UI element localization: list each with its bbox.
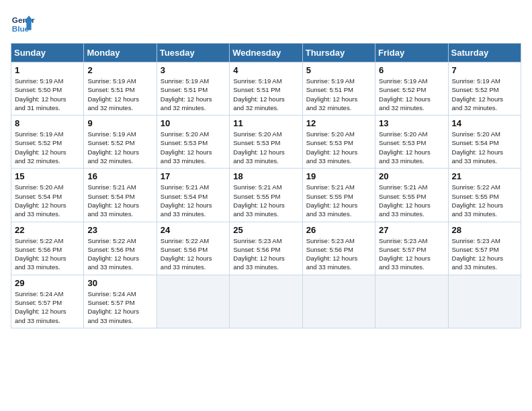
- day-cell: 15Sunrise: 5:20 AMSunset: 5:54 PMDayligh…: [11, 169, 84, 222]
- day-number: 24: [161, 225, 226, 235]
- day-detail: Sunrise: 5:19 AMSunset: 5:51 PMDaylight:…: [161, 77, 226, 112]
- day-cell: 17Sunrise: 5:21 AMSunset: 5:54 PMDayligh…: [157, 169, 229, 222]
- day-detail: Sunrise: 5:23 AMSunset: 5:56 PMDaylight:…: [233, 236, 298, 272]
- day-detail: Sunrise: 5:19 AMSunset: 5:51 PMDaylight:…: [306, 77, 371, 112]
- day-detail: Sunrise: 5:19 AMSunset: 5:52 PMDaylight:…: [87, 130, 152, 165]
- day-cell: 4Sunrise: 5:19 AMSunset: 5:51 PMDaylight…: [230, 62, 302, 116]
- day-detail: Sunrise: 5:19 AMSunset: 5:52 PMDaylight:…: [452, 77, 517, 112]
- day-detail: Sunrise: 5:23 AMSunset: 5:57 PMDaylight:…: [452, 236, 517, 272]
- day-cell: 8Sunrise: 5:19 AMSunset: 5:52 PMDaylight…: [11, 116, 84, 169]
- day-cell: 29Sunrise: 5:24 AMSunset: 5:57 PMDayligh…: [11, 275, 84, 328]
- header-cell-monday: Monday: [84, 44, 157, 62]
- day-detail: Sunrise: 5:20 AMSunset: 5:53 PMDaylight:…: [379, 130, 444, 165]
- day-cell: 12Sunrise: 5:20 AMSunset: 5:53 PMDayligh…: [302, 116, 375, 169]
- day-cell: 10Sunrise: 5:20 AMSunset: 5:53 PMDayligh…: [157, 116, 229, 169]
- day-cell: 30Sunrise: 5:24 AMSunset: 5:57 PMDayligh…: [84, 275, 157, 328]
- day-number: 21: [452, 171, 517, 181]
- day-number: 9: [87, 118, 152, 128]
- day-detail: Sunrise: 5:19 AMSunset: 5:50 PMDaylight:…: [15, 77, 80, 112]
- day-number: 8: [15, 118, 80, 128]
- header-row: SundayMondayTuesdayWednesdayThursdayFrid…: [11, 44, 521, 62]
- week-row-3: 15Sunrise: 5:20 AMSunset: 5:54 PMDayligh…: [11, 169, 521, 222]
- header-cell-thursday: Thursday: [302, 44, 375, 62]
- day-detail: Sunrise: 5:20 AMSunset: 5:53 PMDaylight:…: [233, 130, 298, 165]
- header-cell-wednesday: Wednesday: [230, 44, 302, 62]
- day-cell: 22Sunrise: 5:22 AMSunset: 5:56 PMDayligh…: [11, 222, 84, 275]
- day-number: 14: [452, 118, 517, 128]
- day-detail: Sunrise: 5:21 AMSunset: 5:55 PMDaylight:…: [233, 183, 298, 218]
- day-detail: Sunrise: 5:22 AMSunset: 5:56 PMDaylight:…: [87, 236, 152, 272]
- day-number: 20: [379, 171, 444, 181]
- day-detail: Sunrise: 5:22 AMSunset: 5:55 PMDaylight:…: [452, 183, 517, 218]
- calendar-table: SundayMondayTuesdayWednesdayThursdayFrid…: [11, 43, 521, 328]
- page-header: General Blue: [11, 11, 521, 35]
- day-cell: 6Sunrise: 5:19 AMSunset: 5:52 PMDaylight…: [375, 62, 448, 116]
- week-row-4: 22Sunrise: 5:22 AMSunset: 5:56 PMDayligh…: [11, 222, 521, 275]
- day-cell: 9Sunrise: 5:19 AMSunset: 5:52 PMDaylight…: [84, 116, 157, 169]
- day-detail: Sunrise: 5:20 AMSunset: 5:53 PMDaylight:…: [161, 130, 226, 165]
- day-cell: 11Sunrise: 5:20 AMSunset: 5:53 PMDayligh…: [230, 116, 302, 169]
- day-number: 2: [87, 65, 152, 75]
- day-detail: Sunrise: 5:22 AMSunset: 5:56 PMDaylight:…: [15, 236, 80, 272]
- header-cell-saturday: Saturday: [448, 44, 521, 62]
- day-cell: 20Sunrise: 5:21 AMSunset: 5:55 PMDayligh…: [375, 169, 448, 222]
- day-detail: Sunrise: 5:24 AMSunset: 5:57 PMDaylight:…: [15, 289, 80, 325]
- day-number: 27: [379, 225, 444, 235]
- day-number: 16: [87, 171, 152, 181]
- day-number: 26: [306, 225, 371, 235]
- day-detail: Sunrise: 5:20 AMSunset: 5:53 PMDaylight:…: [306, 130, 371, 165]
- day-cell: 16Sunrise: 5:21 AMSunset: 5:54 PMDayligh…: [84, 169, 157, 222]
- day-cell: 21Sunrise: 5:22 AMSunset: 5:55 PMDayligh…: [448, 169, 521, 222]
- day-cell: 14Sunrise: 5:20 AMSunset: 5:54 PMDayligh…: [448, 116, 521, 169]
- logo-icon: General Blue: [11, 11, 35, 35]
- day-number: 19: [306, 171, 371, 181]
- calendar-header: SundayMondayTuesdayWednesdayThursdayFrid…: [11, 44, 521, 62]
- day-number: 4: [233, 65, 298, 75]
- day-cell: [448, 275, 521, 328]
- day-cell: 24Sunrise: 5:22 AMSunset: 5:56 PMDayligh…: [157, 222, 229, 275]
- day-cell: 13Sunrise: 5:20 AMSunset: 5:53 PMDayligh…: [375, 116, 448, 169]
- header-cell-tuesday: Tuesday: [157, 44, 229, 62]
- day-cell: 2Sunrise: 5:19 AMSunset: 5:51 PMDaylight…: [84, 62, 157, 116]
- day-number: 11: [233, 118, 298, 128]
- day-cell: [230, 275, 302, 328]
- day-cell: 5Sunrise: 5:19 AMSunset: 5:51 PMDaylight…: [302, 62, 375, 116]
- day-detail: Sunrise: 5:21 AMSunset: 5:54 PMDaylight:…: [161, 183, 226, 218]
- header-cell-sunday: Sunday: [11, 44, 84, 62]
- logo: General Blue: [11, 11, 35, 35]
- day-cell: [157, 275, 229, 328]
- day-detail: Sunrise: 5:19 AMSunset: 5:51 PMDaylight:…: [87, 77, 152, 112]
- day-detail: Sunrise: 5:21 AMSunset: 5:55 PMDaylight:…: [306, 183, 371, 218]
- day-detail: Sunrise: 5:20 AMSunset: 5:54 PMDaylight:…: [452, 130, 517, 165]
- day-number: 23: [87, 225, 152, 235]
- day-cell: 28Sunrise: 5:23 AMSunset: 5:57 PMDayligh…: [448, 222, 521, 275]
- calendar-body: 1Sunrise: 5:19 AMSunset: 5:50 PMDaylight…: [11, 62, 521, 328]
- day-number: 17: [161, 171, 226, 181]
- day-detail: Sunrise: 5:20 AMSunset: 5:54 PMDaylight:…: [15, 183, 80, 218]
- day-cell: 19Sunrise: 5:21 AMSunset: 5:55 PMDayligh…: [302, 169, 375, 222]
- week-row-5: 29Sunrise: 5:24 AMSunset: 5:57 PMDayligh…: [11, 275, 521, 328]
- day-cell: 18Sunrise: 5:21 AMSunset: 5:55 PMDayligh…: [230, 169, 302, 222]
- day-detail: Sunrise: 5:23 AMSunset: 5:57 PMDaylight:…: [379, 236, 444, 272]
- day-cell: 3Sunrise: 5:19 AMSunset: 5:51 PMDaylight…: [157, 62, 229, 116]
- day-number: 25: [233, 225, 298, 235]
- day-cell: [375, 275, 448, 328]
- day-detail: Sunrise: 5:23 AMSunset: 5:56 PMDaylight:…: [306, 236, 371, 272]
- day-cell: 27Sunrise: 5:23 AMSunset: 5:57 PMDayligh…: [375, 222, 448, 275]
- day-number: 28: [452, 225, 517, 235]
- day-number: 6: [379, 65, 444, 75]
- day-cell: 26Sunrise: 5:23 AMSunset: 5:56 PMDayligh…: [302, 222, 375, 275]
- day-detail: Sunrise: 5:21 AMSunset: 5:54 PMDaylight:…: [87, 183, 152, 218]
- day-number: 15: [15, 171, 80, 181]
- day-number: 5: [306, 65, 371, 75]
- day-detail: Sunrise: 5:24 AMSunset: 5:57 PMDaylight:…: [87, 289, 152, 325]
- day-cell: 23Sunrise: 5:22 AMSunset: 5:56 PMDayligh…: [84, 222, 157, 275]
- day-number: 30: [87, 278, 152, 288]
- day-number: 1: [15, 65, 80, 75]
- day-number: 29: [15, 278, 80, 288]
- day-cell: 1Sunrise: 5:19 AMSunset: 5:50 PMDaylight…: [11, 62, 84, 116]
- day-number: 10: [161, 118, 226, 128]
- day-detail: Sunrise: 5:19 AMSunset: 5:52 PMDaylight:…: [15, 130, 80, 165]
- day-number: 3: [161, 65, 226, 75]
- day-number: 22: [15, 225, 80, 235]
